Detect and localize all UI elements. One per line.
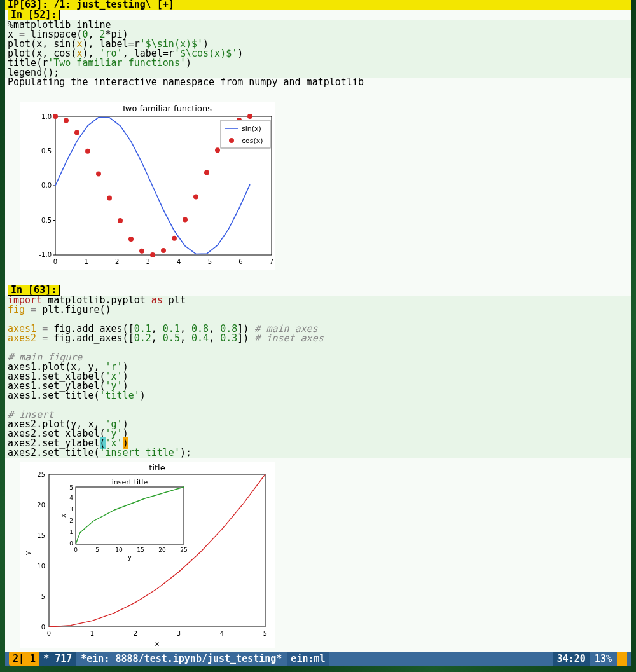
svg-point-42 [229,138,234,143]
svg-text:15: 15 [37,532,45,539]
svg-point-30 [161,248,166,253]
svg-text:5: 5 [263,630,267,637]
svg-point-35 [215,147,220,153]
editor[interactable]: IP[63]: /1: just_testing\ [+] In [52]: %… [5,0,631,666]
svg-text:insert title: insert title [112,478,148,486]
svg-text:2: 2 [69,518,73,524]
svg-text:0: 0 [47,630,51,637]
svg-text:1: 1 [90,630,94,637]
modeline-percent: 13% [590,654,617,664]
plot-output: title 0 5 10 15 20 25 y 0 1 2 3 [20,462,275,648]
svg-point-27 [128,237,134,242]
svg-text:3: 3 [177,630,181,637]
svg-point-21 [64,118,69,123]
svg-text:-1.0: -1.0 [39,251,52,258]
modeline-buffer: *ein: 8888/test.ipynb/just_testing* [76,654,287,664]
svg-text:y: y [24,551,32,555]
svg-text:3: 3 [146,258,150,265]
modeline-position: 34:20 [553,652,590,666]
svg-text:x: x [60,514,67,518]
modeline-end-icon [617,652,627,666]
svg-text:0: 0 [41,624,45,631]
svg-point-38 [247,114,252,119]
svg-text:5: 5 [69,484,73,491]
svg-rect-61 [76,487,184,544]
svg-text:20: 20 [37,502,45,509]
svg-text:7: 7 [270,258,273,265]
modeline-line-count: * 717 [39,652,76,666]
svg-text:4: 4 [220,630,224,637]
svg-text:-0.5: -0.5 [39,217,52,224]
svg-text:title: title [149,463,165,472]
svg-text:15: 15 [137,547,144,553]
svg-text:0: 0 [69,540,73,547]
svg-text:Two familiar functions: Two familiar functions [121,104,212,113]
svg-text:5: 5 [208,258,212,265]
svg-text:0.5: 0.5 [41,147,52,154]
code-cell[interactable]: %matplotlib inline x = linspace(0, 2*pi)… [5,20,631,78]
modeline-workspace: 2| 1 [9,652,39,666]
svg-point-29 [150,252,155,257]
svg-text:cos(x): cos(x) [242,137,263,145]
svg-text:4: 4 [69,495,73,501]
svg-text:3: 3 [69,506,73,512]
svg-text:4: 4 [177,258,181,265]
svg-point-26 [118,218,123,223]
svg-text:x: x [155,640,160,646]
svg-text:6: 6 [238,258,242,265]
svg-text:1: 1 [69,529,73,535]
code-cell[interactable]: import matplotlib.pyplot as plt fig = pl… [5,296,631,458]
cell-output-text: Populating the interactive namespace fro… [5,78,631,87]
svg-text:10: 10 [115,547,123,553]
svg-point-31 [172,236,177,241]
svg-text:1: 1 [84,258,88,265]
svg-text:10: 10 [37,563,45,570]
svg-text:y: y [128,554,132,561]
svg-point-23 [85,149,90,154]
svg-text:0.0: 0.0 [41,182,52,189]
svg-text:0: 0 [53,258,57,265]
svg-point-34 [204,170,209,175]
svg-text:sin(x): sin(x) [242,125,261,133]
svg-point-32 [183,217,188,222]
svg-text:25: 25 [37,471,45,478]
mode-line: 2| 1 * 717 *ein: 8888/test.ipynb/just_te… [5,652,631,666]
modeline-mode: ein:ml [287,652,329,666]
svg-text:1.0: 1.0 [41,113,52,120]
svg-text:2: 2 [134,630,137,637]
svg-text:0: 0 [74,547,78,553]
svg-point-28 [139,249,144,254]
svg-text:5: 5 [41,593,45,600]
title-bar: IP[63]: /1: just_testing\ [+] [5,0,631,10]
svg-point-22 [74,130,80,135]
svg-point-24 [96,172,101,177]
svg-point-33 [193,195,198,200]
svg-text:25: 25 [180,547,187,553]
svg-point-25 [107,195,112,200]
svg-text:2: 2 [115,258,119,265]
plot-output: Two familiar functions 1.0 0.5 0.0 -0.5 … [20,102,275,270]
svg-text:5: 5 [95,547,99,553]
svg-point-20 [53,114,58,119]
svg-text:20: 20 [158,547,166,553]
